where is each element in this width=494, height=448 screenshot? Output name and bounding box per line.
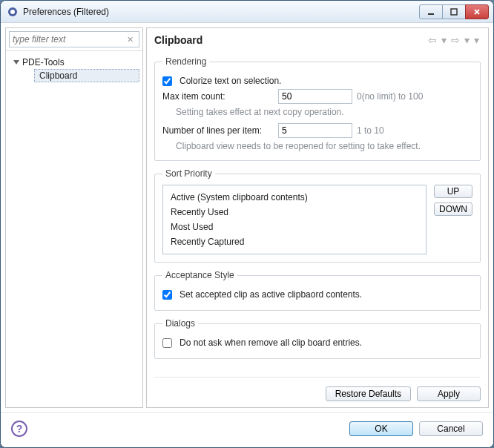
apply-button[interactable]: Apply [417, 386, 481, 401]
colorize-checkbox[interactable] [162, 76, 172, 86]
svg-rect-3 [451, 9, 457, 15]
acceptance-label[interactable]: Set accepted clip as active clipbaord co… [180, 289, 362, 300]
tree-item-label: PDE-Tools [22, 57, 65, 67]
dialog-footer: ? OK Cancel [1, 412, 493, 447]
lines-input[interactable] [278, 123, 352, 138]
acceptance-checkbox[interactable] [162, 290, 172, 300]
sidebar: ✕ PDE-Tools Clipboard [5, 27, 143, 408]
svg-point-1 [10, 10, 15, 14]
tree-item-label: Clipboard [39, 70, 77, 81]
list-item[interactable]: Most Used [169, 220, 420, 234]
sort-priority-group: Sort Priority Active (System clipboard c… [154, 168, 481, 263]
help-icon[interactable]: ? [11, 421, 27, 437]
back-icon[interactable]: ⇦ [427, 34, 438, 46]
lines-hint: 1 to 10 [357, 125, 384, 136]
list-item[interactable]: Recently Used [169, 205, 420, 220]
list-item[interactable]: Active (System clipboard contents) [169, 190, 420, 205]
dialogs-label[interactable]: Do not ask when remove all clip board en… [180, 337, 362, 348]
acceptance-legend: Acceptance Style [162, 270, 237, 280]
tree-item-clipboard[interactable]: Clipboard [34, 69, 139, 82]
preference-tree[interactable]: PDE-Tools Clipboard [6, 51, 142, 87]
cancel-button[interactable]: Cancel [419, 421, 483, 436]
dialogs-legend: Dialogs [162, 318, 198, 329]
page-menu-icon[interactable]: ▾ [472, 34, 481, 46]
page-nav: ⇦ ▾ ⇨ ▾ ▾ [427, 34, 481, 46]
rendering-group: Rendering Colorize text on selection. Ma… [154, 56, 481, 161]
move-up-button[interactable]: UP [434, 185, 472, 198]
maximize-button[interactable] [442, 4, 466, 19]
window-title: Preferences (Filtered) [23, 7, 420, 17]
titlebar: Preferences (Filtered) [1, 1, 493, 23]
clear-filter-icon[interactable]: ✕ [127, 35, 134, 45]
colorize-label[interactable]: Colorize text on selection. [180, 76, 281, 86]
restore-defaults-button[interactable]: Restore Defaults [326, 386, 411, 401]
back-menu-icon[interactable]: ▾ [440, 34, 448, 46]
list-item[interactable]: Recently Captured [169, 234, 420, 249]
minimize-button[interactable] [419, 4, 443, 19]
forward-icon[interactable]: ⇨ [449, 34, 461, 46]
max-item-input[interactable] [278, 89, 352, 104]
page-title: Clipboard [154, 34, 202, 46]
max-item-note: Setting takes effect at next copy operat… [176, 107, 472, 117]
svg-rect-2 [428, 13, 434, 15]
lines-note: Clipboard view needs to be reopened for … [176, 141, 472, 151]
dialogs-group: Dialogs Do not ask when remove all clip … [154, 318, 481, 359]
preferences-window: Preferences (Filtered) ✕ [0, 0, 494, 448]
ok-button[interactable]: OK [349, 421, 413, 436]
acceptance-style-group: Acceptance Style Set accepted clip as ac… [154, 270, 481, 311]
chevron-down-icon [13, 60, 19, 65]
app-icon [7, 6, 19, 18]
close-button[interactable] [465, 4, 489, 19]
forward-menu-icon[interactable]: ▾ [463, 34, 471, 46]
sort-legend: Sort Priority [162, 168, 215, 179]
filter-input[interactable] [9, 31, 139, 47]
max-item-hint: 0(no limit) to 100 [357, 91, 423, 102]
sort-priority-list[interactable]: Active (System clipboard contents) Recen… [162, 185, 427, 254]
rendering-legend: Rendering [162, 56, 209, 67]
max-item-label: Max item count: [162, 91, 274, 102]
lines-label: Number of lines per item: [162, 125, 274, 136]
move-down-button[interactable]: DOWN [434, 202, 472, 216]
main-panel: Clipboard ⇦ ▾ ⇨ ▾ ▾ Rendering Colorize t… [146, 27, 489, 408]
tree-item-pde-tools[interactable]: PDE-Tools [9, 56, 139, 69]
dialogs-checkbox[interactable] [162, 338, 172, 348]
